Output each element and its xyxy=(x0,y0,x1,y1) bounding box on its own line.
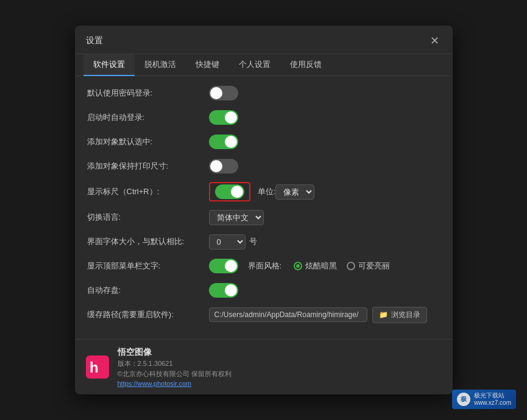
toggle-auto-login[interactable] xyxy=(209,110,238,125)
language-select[interactable]: 简体中文 English xyxy=(209,210,264,225)
row-menubar-text: 显示顶部菜单栏文字: 界面风格: 炫酷暗黑 可爱亮丽 xyxy=(87,257,440,275)
watermark-text: 极光下载站 www.xz7.com xyxy=(474,392,511,407)
row-language: 切换语言: 简体中文 English xyxy=(87,209,440,226)
row-auto-save: 自动存盘: xyxy=(87,282,440,299)
label-password-login: 默认使用密码登录: xyxy=(87,88,209,99)
font-size-suffix: 号 xyxy=(249,236,257,247)
dialog-title: 设置 xyxy=(86,35,103,46)
label-cache-path: 缓存路径(需要重启软件): xyxy=(87,309,209,320)
toggle-slider-auto-save[interactable] xyxy=(209,283,238,298)
tab-personal-settings[interactable]: 个人设置 xyxy=(229,54,280,76)
toggle-slider-auto-login[interactable] xyxy=(209,110,238,125)
style-cute-label: 可爱亮丽 xyxy=(358,261,390,271)
row-show-ruler: 显示标尺（Ctrl+R）: 单位: 像素 厘米 毫米 英寸 xyxy=(87,182,440,201)
toggle-slider-print-size[interactable] xyxy=(209,159,238,173)
label-print-size: 添加对象保持打印尺寸: xyxy=(87,161,209,172)
close-button[interactable]: ✕ xyxy=(428,34,442,47)
toggle-show-ruler[interactable] xyxy=(215,184,244,199)
toggle-menubar-text[interactable] xyxy=(209,259,238,273)
tab-shortcuts[interactable]: 快捷键 xyxy=(186,54,229,76)
watermark-logo: 极 xyxy=(457,393,470,406)
toggle-print-size[interactable] xyxy=(209,159,238,173)
toggle-auto-save[interactable] xyxy=(209,283,238,298)
cache-path-input[interactable] xyxy=(209,307,367,322)
tab-offline-activation[interactable]: 脱机激活 xyxy=(135,54,186,76)
folder-icon: 📁 xyxy=(379,310,388,319)
app-link[interactable]: https://www.photosir.com xyxy=(118,380,232,387)
label-menubar-text: 显示顶部菜单栏文字: xyxy=(87,261,209,271)
ruler-highlight-box xyxy=(209,182,250,201)
title-bar: 设置 ✕ xyxy=(75,26,453,54)
label-auto-login: 启动时自动登录: xyxy=(87,112,209,123)
tab-bar: 软件设置 脱机激活 快捷键 个人设置 使用反馈 xyxy=(75,54,453,76)
style-dark-label: 炫酷暗黑 xyxy=(305,261,337,271)
row-font-size: 界面字体大小，与默认相比: -2 -1 0 1 2 号 xyxy=(87,233,440,250)
style-dark[interactable]: 炫酷暗黑 xyxy=(294,261,337,271)
toggle-slider-show-ruler[interactable] xyxy=(215,184,244,199)
browse-button[interactable]: 📁 浏览目录 xyxy=(372,307,427,323)
tab-feedback[interactable]: 使用反馈 xyxy=(280,54,331,76)
label-language: 切换语言: xyxy=(87,212,209,223)
app-logo: h xyxy=(86,355,109,379)
footer: h 悟空图像 版本：2.5.1.30621 ©北京亦心科技有限公司 保留所有权利… xyxy=(75,339,453,394)
interface-style-group: 炫酷暗黑 可爱亮丽 xyxy=(294,261,390,271)
row-print-size: 添加对象保持打印尺寸: xyxy=(87,158,440,175)
app-version: 版本：2.5.1.30621 xyxy=(118,359,232,368)
app-copyright: ©北京亦心科技有限公司 保留所有权利 xyxy=(118,369,232,379)
interface-style-label: 界面风格: xyxy=(248,261,282,271)
label-default-select: 添加对象默认选中: xyxy=(87,136,209,147)
row-password-login: 默认使用密码登录: xyxy=(87,85,440,102)
tab-software-settings[interactable]: 软件设置 xyxy=(83,54,135,76)
label-font-size: 界面字体大小，与默认相比: xyxy=(87,236,209,247)
footer-info: 悟空图像 版本：2.5.1.30621 ©北京亦心科技有限公司 保留所有权利 h… xyxy=(118,347,232,387)
settings-dialog: 设置 ✕ 软件设置 脱机激活 快捷键 个人设置 使用反馈 默认使用密码登录: 启… xyxy=(75,26,453,394)
label-auto-save: 自动存盘: xyxy=(87,285,209,296)
app-name: 悟空图像 xyxy=(118,347,232,358)
watermark: 极 极光下载站 www.xz7.com xyxy=(452,390,516,409)
settings-content: 默认使用密码登录: 启动时自动登录: 添加对象默认选中: 添加对象保持打印尺寸: xyxy=(75,76,453,339)
browse-label: 浏览目录 xyxy=(391,310,420,320)
toggle-slider-default-select[interactable] xyxy=(209,135,238,149)
row-default-select: 添加对象默认选中: xyxy=(87,133,440,150)
svg-text:h: h xyxy=(90,359,99,376)
toggle-default-select[interactable] xyxy=(209,135,238,149)
watermark-inner: 极 极光下载站 www.xz7.com xyxy=(452,390,516,409)
toggle-slider-password-login[interactable] xyxy=(209,86,238,100)
toggle-slider-menubar-text[interactable] xyxy=(209,259,238,273)
radio-dark[interactable] xyxy=(294,262,302,270)
toggle-password-login[interactable] xyxy=(209,86,238,100)
unit-select[interactable]: 像素 厘米 毫米 英寸 xyxy=(275,184,314,200)
label-show-ruler: 显示标尺（Ctrl+R）: xyxy=(87,186,209,197)
style-cute[interactable]: 可爱亮丽 xyxy=(347,261,390,271)
row-cache-path: 缓存路径(需要重启软件): 📁 浏览目录 xyxy=(87,306,440,323)
row-auto-login: 启动时自动登录: xyxy=(87,109,440,126)
unit-label: 单位: xyxy=(258,186,276,197)
radio-cute[interactable] xyxy=(347,262,355,270)
font-size-select[interactable]: -2 -1 0 1 2 xyxy=(209,234,246,250)
